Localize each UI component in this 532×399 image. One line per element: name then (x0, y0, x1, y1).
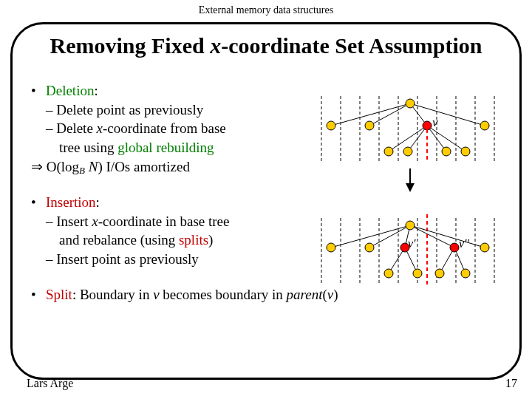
t: x (92, 214, 98, 229)
svg-point-57 (413, 269, 422, 278)
t: Split (46, 287, 72, 302)
svg-point-19 (327, 121, 335, 130)
title-part-c: -coordinate Set Assumption (221, 33, 482, 58)
logn: N) (85, 159, 106, 174)
deletion-bullet: • Deletion: (31, 81, 312, 100)
insertion-label: Insertion (46, 194, 96, 210)
header-text: External memory data structures (0, 0, 532, 16)
t: and rebalance (using (59, 232, 179, 248)
deletion-line1: – Delete point as previously (46, 100, 312, 120)
svg-point-26 (461, 147, 470, 156)
deletion-line3: tree using global rebuilding (31, 138, 312, 157)
insertion-bullet: • Insertion: (31, 193, 312, 212)
insertion-line2: and rebalance (using splits) (31, 231, 312, 250)
label-vprime2: v'' (459, 237, 469, 250)
title-part-b: x (210, 33, 221, 58)
svg-point-21 (423, 121, 432, 130)
t: becomes boundary in (160, 287, 287, 302)
t: I/Os amortized (106, 159, 190, 174)
svg-point-55 (480, 243, 489, 252)
svg-point-18 (406, 99, 415, 108)
colon: : (94, 83, 98, 98)
colon: : (96, 194, 100, 210)
insertion-line3: – Insert point as previously (46, 250, 312, 269)
t: – Insert (46, 214, 92, 229)
t: x (97, 120, 103, 136)
slide-title: Removing Fixed x-coordinate Set Assumpti… (0, 33, 532, 58)
footer-page: 17 (505, 377, 517, 390)
bullet-icon: • (31, 285, 46, 304)
sub-b: B (79, 165, 85, 176)
deletion-head: Deletion: (46, 81, 98, 100)
svg-point-24 (403, 147, 412, 156)
svg-point-25 (442, 147, 451, 156)
split-text: Split: Boundary in v becomes boundary in… (46, 285, 338, 304)
t: v (153, 287, 159, 302)
t: ) (208, 232, 213, 248)
deletion-result: ⇒ O(logB N) I/Os amortized (31, 157, 312, 177)
footer-author: Lars Arge (27, 377, 73, 390)
figure-top: v (307, 89, 514, 192)
implies: ⇒ O(log (31, 159, 79, 174)
label-vprime: v' (408, 237, 416, 250)
t: -coordinate from base (103, 120, 226, 136)
svg-marker-29 (406, 183, 415, 192)
svg-point-22 (480, 121, 489, 130)
content-block: • Deletion: – Delete point as previously… (31, 81, 312, 304)
tree-after-svg (307, 211, 514, 292)
svg-point-51 (327, 243, 335, 252)
bullet-icon: • (31, 81, 46, 100)
tree-before-svg (307, 89, 514, 192)
svg-point-56 (384, 269, 393, 278)
label-v: v (432, 115, 438, 130)
t: splits (179, 232, 208, 248)
svg-point-54 (450, 243, 459, 252)
insertion-head: Insertion: (46, 193, 100, 212)
t: – Delete (46, 120, 97, 136)
svg-point-23 (384, 147, 393, 156)
svg-point-52 (365, 243, 374, 252)
svg-point-20 (365, 121, 374, 130)
deletion-label: Deletion (46, 83, 94, 98)
t: tree using (59, 140, 117, 155)
bullet-icon: • (31, 193, 46, 212)
svg-line-13 (410, 103, 485, 126)
svg-point-59 (461, 269, 470, 278)
svg-point-50 (406, 221, 415, 230)
title-part-a: Removing Fixed (50, 33, 210, 58)
deletion-line2: – Delete x-coordinate from base (46, 119, 312, 138)
figure-bottom: v' v'' (307, 211, 514, 292)
insertion-line1: – Insert x-coordinate in base tree (46, 212, 312, 231)
t: -coordinate in base tree (98, 214, 230, 229)
t: : Boundary in (72, 287, 153, 302)
t: global rebuilding (117, 140, 214, 155)
svg-line-11 (369, 103, 410, 126)
svg-point-58 (435, 269, 444, 278)
